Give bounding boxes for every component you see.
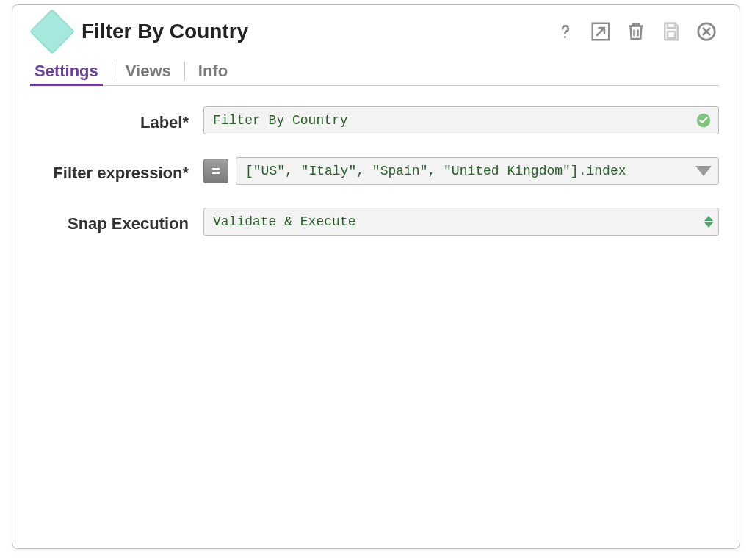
- row-snap-execution: Snap Execution Validate & Execute: [33, 208, 719, 236]
- row-label: Label* Filter By Country: [33, 106, 719, 135]
- settings-form: Label* Filter By Country Filter expressi…: [33, 106, 719, 237]
- save-icon: [659, 19, 684, 44]
- filter-expression-label: Filter expression*: [33, 157, 203, 186]
- dialog-title: Filter By Country: [82, 20, 553, 43]
- tab-info[interactable]: Info: [197, 59, 229, 85]
- tab-settings[interactable]: Settings: [33, 59, 100, 85]
- tab-bar: Settings Views Info: [33, 58, 719, 86]
- popout-icon[interactable]: [588, 19, 613, 44]
- svg-rect-2: [668, 23, 675, 28]
- expression-dropdown-icon[interactable]: [695, 166, 712, 176]
- dialog-header: Filter By Country: [33, 15, 719, 48]
- svg-rect-3: [668, 32, 675, 38]
- label-input[interactable]: Filter By Country: [203, 106, 719, 134]
- delete-icon[interactable]: [623, 19, 648, 44]
- tab-separator: [184, 62, 185, 81]
- tab-separator: [112, 62, 112, 81]
- valid-check-icon: [695, 112, 712, 128]
- row-filter-expression: Filter expression* = ["US", "Italy", "Sp…: [33, 157, 719, 186]
- svg-point-0: [564, 36, 566, 38]
- dialog-toolbar: [553, 19, 719, 44]
- select-stepper-icon[interactable]: [704, 216, 713, 228]
- filter-expression-input[interactable]: ["US", "Italy", "Spain", "United Kingdom…: [236, 157, 719, 185]
- snap-execution-select[interactable]: Validate & Execute: [203, 208, 719, 236]
- snap-diamond-icon: [29, 9, 75, 54]
- snap-execution-label: Snap Execution: [33, 208, 203, 236]
- expression-toggle-button[interactable]: =: [203, 159, 228, 183]
- help-icon[interactable]: [553, 19, 578, 44]
- tab-views[interactable]: Views: [124, 59, 173, 85]
- snap-settings-dialog: Filter By Country Settings Views Info: [12, 4, 740, 549]
- label-field-label: Label*: [33, 106, 203, 135]
- close-icon[interactable]: [694, 19, 719, 44]
